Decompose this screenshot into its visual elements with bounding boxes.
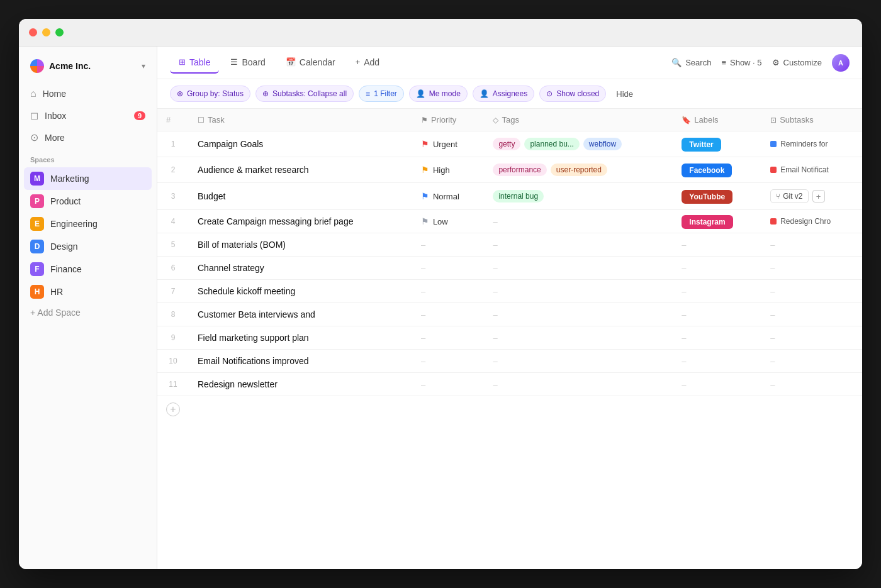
space-dot-finance: F	[30, 262, 44, 276]
table-row[interactable]: 10Email Notifications improved––––	[157, 350, 862, 373]
col-subtasks-label: Subtasks	[780, 115, 813, 125]
minimize-button[interactable]	[42, 28, 50, 36]
row-subtasks: ⑂Git v2+	[761, 183, 862, 210]
table-row[interactable]: 4Create Campaign messaging brief page⚑Lo…	[157, 210, 862, 233]
row-label: –	[673, 303, 761, 326]
tag[interactable]: planned bu...	[524, 138, 579, 150]
row-label: YouTubbe	[673, 183, 761, 210]
row-task[interactable]: Redesign newsletter	[189, 373, 412, 396]
tags-dash: –	[493, 310, 497, 319]
row-task[interactable]: Campaign Goals	[189, 131, 412, 157]
tag[interactable]: webflow	[583, 138, 622, 150]
sidebar-item-marketing[interactable]: M Marketing	[24, 167, 152, 190]
show-action[interactable]: ≡ Show · 5	[721, 58, 761, 67]
tab-board[interactable]: ☰ Board	[222, 52, 274, 74]
sidebar-item-more[interactable]: ⊙ More	[24, 126, 152, 148]
sidebar-item-design[interactable]: D Design	[24, 235, 152, 258]
row-priority: –	[412, 280, 485, 303]
row-subtasks: Reminders for	[761, 131, 862, 157]
git-chip[interactable]: ⑂Git v2	[770, 189, 808, 203]
row-subtasks: –	[761, 280, 862, 303]
table-row[interactable]: 3Budget⚑Normalinternal bugYouTubbe⑂Git v…	[157, 183, 862, 210]
table-row[interactable]: 1Campaign Goals⚑Urgentgettyplanned bu...…	[157, 131, 862, 157]
row-num: 7	[157, 280, 189, 303]
show-closed-chip[interactable]: ⊙ Show closed	[539, 86, 606, 102]
group-by-status-chip[interactable]: ⊛ Group by: Status	[170, 86, 250, 102]
row-label: –	[673, 257, 761, 280]
me-mode-chip[interactable]: 👤 Me mode	[409, 86, 468, 102]
add-space-button[interactable]: + Add Space	[24, 303, 152, 322]
subtask-color-dot	[770, 218, 777, 225]
customize-action[interactable]: ⚙ Customize	[772, 58, 822, 67]
row-subtasks: Redesign Chro	[761, 210, 862, 233]
sidebar-item-inbox[interactable]: ◻ Inbox 9	[24, 104, 152, 126]
sidebar-item-hr[interactable]: H HR	[24, 280, 152, 303]
tab-table[interactable]: ⊞ Table	[170, 52, 219, 74]
row-task[interactable]: Field marketing support plan	[189, 326, 412, 350]
row-task[interactable]: Create Campaign messaging brief page	[189, 210, 412, 233]
priority-flag-icon: ⚑	[421, 165, 429, 175]
row-task[interactable]: Email Notifications improved	[189, 350, 412, 373]
label-badge[interactable]: Instagram	[682, 215, 732, 229]
table-row[interactable]: 8Customer Beta interviews and––––	[157, 303, 862, 326]
row-task[interactable]: Customer Beta interviews and	[189, 303, 412, 326]
close-button[interactable]	[29, 28, 37, 36]
table-row[interactable]: 7Schedule kickoff meeting––––	[157, 280, 862, 303]
row-label: –	[673, 280, 761, 303]
topbar: ⊞ Table ☰ Board 📅 Calendar + Add	[157, 47, 862, 79]
filter-chip[interactable]: ≡ 1 Filter	[359, 86, 404, 102]
label-dash: –	[682, 357, 686, 366]
tab-add[interactable]: + Add	[347, 52, 389, 74]
workspace-header[interactable]: Acme Inc. ▾	[24, 54, 152, 78]
label-dash: –	[682, 287, 686, 296]
add-icon: +	[356, 57, 361, 67]
priority-cell: ⚑Urgent	[421, 139, 476, 149]
row-subtasks: –	[761, 303, 862, 326]
maximize-button[interactable]	[55, 28, 64, 36]
avatar[interactable]: A	[832, 54, 850, 72]
sidebar-item-product[interactable]: P Product	[24, 190, 152, 213]
customize-label: Customize	[783, 58, 822, 67]
row-task[interactable]: Schedule kickoff meeting	[189, 280, 412, 303]
table-row[interactable]: 6Channel strategy––––	[157, 257, 862, 280]
col-tags-label: Tags	[502, 115, 519, 125]
row-tags: –	[484, 373, 673, 396]
sidebar-item-finance[interactable]: F Finance	[24, 258, 152, 280]
row-task[interactable]: Bill of materials (BOM)	[189, 233, 412, 257]
search-action[interactable]: 🔍 Search	[671, 58, 711, 67]
space-label: Design	[50, 241, 78, 252]
sidebar-item-engineering[interactable]: E Engineering	[24, 213, 152, 235]
tag[interactable]: internal bug	[493, 190, 544, 202]
subtask-add-button[interactable]: +	[812, 190, 825, 202]
row-task[interactable]: Channel strategy	[189, 257, 412, 280]
sidebar-item-home[interactable]: ⌂ Home	[24, 83, 152, 104]
labels-col-icon: 🔖	[682, 116, 691, 125]
add-space-label: + Add Space	[30, 308, 81, 318]
label-badge[interactable]: YouTubbe	[682, 190, 732, 204]
row-priority: ⚑Normal	[412, 183, 485, 210]
space-label: HR	[50, 287, 63, 297]
more-icon: ⊙	[30, 131, 38, 143]
hide-button[interactable]: Hide	[611, 86, 638, 102]
row-task[interactable]: Budget	[189, 183, 412, 210]
table-row[interactable]: 5Bill of materials (BOM)––––	[157, 233, 862, 257]
label-badge[interactable]: Twitter	[682, 138, 721, 152]
label-dash: –	[682, 240, 686, 250]
assignees-chip[interactable]: 👤 Assignees	[473, 86, 534, 102]
subtasks-collapse-chip[interactable]: ⊕ Subtasks: Collapse all	[255, 86, 354, 102]
tag[interactable]: user-reported	[551, 164, 607, 176]
row-task[interactable]: Audience & market research	[189, 157, 412, 183]
tab-calendar[interactable]: 📅 Calendar	[277, 52, 344, 74]
filterbar: ⊛ Group by: Status ⊕ Subtasks: Collapse …	[157, 79, 862, 109]
chip-label: Assignees	[493, 89, 527, 98]
add-row-button[interactable]: +	[157, 396, 862, 423]
subtasks-col-icon: ⊡	[770, 116, 777, 125]
table-row[interactable]: 11Redesign newsletter––––	[157, 373, 862, 396]
show-label: Show · 5	[730, 58, 762, 67]
table-row[interactable]: 2Audience & market research⚑Highperforma…	[157, 157, 862, 183]
inbox-badge: 9	[134, 111, 145, 120]
tag[interactable]: performance	[493, 164, 546, 176]
label-badge[interactable]: Facebook	[682, 164, 732, 177]
table-row[interactable]: 9Field marketing support plan––––	[157, 326, 862, 350]
tag[interactable]: getty	[493, 138, 520, 150]
